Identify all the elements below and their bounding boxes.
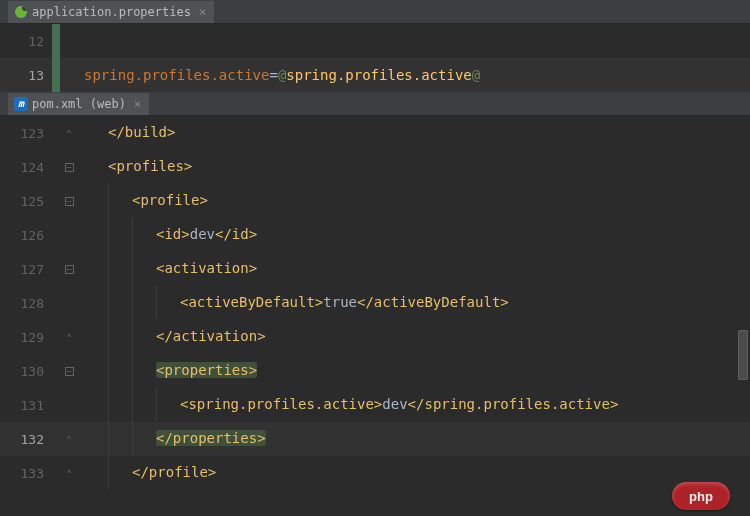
line-number[interactable]: 133 <box>0 466 52 481</box>
fold-toggle-icon[interactable]: − <box>65 265 74 274</box>
gutter-stripe <box>52 286 60 320</box>
bottom-tab-bar: m pom.xml (web) × <box>0 92 750 116</box>
fold-gutter: − <box>60 197 78 206</box>
tab-pom-xml[interactable]: m pom.xml (web) × <box>8 93 150 115</box>
php-watermark: php <box>672 482 730 510</box>
gutter-stripe <box>52 456 60 490</box>
close-tab-button[interactable]: × <box>132 97 143 111</box>
fold-gutter: ⌃ <box>60 468 78 479</box>
code-content[interactable]: spring.profiles.active=@spring.profiles.… <box>78 67 750 83</box>
gutter-stripe <box>52 218 60 252</box>
line-number[interactable]: 125 <box>0 194 52 209</box>
code-line[interactable]: 129 ⌃ </activation> <box>0 320 750 354</box>
code-line[interactable]: 125 − <profile> <box>0 184 750 218</box>
fold-end-icon: ⌃ <box>66 434 72 445</box>
code-line[interactable]: 126 <id>dev</id> <box>0 218 750 252</box>
line-number[interactable]: 132 <box>0 432 52 447</box>
gutter-stripe <box>52 354 60 388</box>
top-tab-bar: application.properties × <box>0 0 750 24</box>
fold-toggle-icon[interactable]: − <box>65 163 74 172</box>
fold-gutter: − <box>60 163 78 172</box>
code-content[interactable]: <spring.profiles.active>dev</spring.prof… <box>78 387 750 424</box>
line-number[interactable]: 128 <box>0 296 52 311</box>
code-line[interactable]: 13 spring.profiles.active=@spring.profil… <box>0 58 750 92</box>
fold-gutter: ⌃ <box>60 128 78 139</box>
gutter-stripe <box>52 252 60 286</box>
fold-gutter: ⌃ <box>60 332 78 343</box>
code-line[interactable]: 132 ⌃ </properties> <box>0 422 750 456</box>
gutter-stripe <box>52 320 60 354</box>
vertical-scrollbar[interactable] <box>738 120 748 510</box>
gutter-stripe <box>52 388 60 422</box>
fold-end-icon: ⌃ <box>66 468 72 479</box>
maven-icon: m <box>14 97 28 111</box>
fold-end-icon: ⌃ <box>66 332 72 343</box>
fold-toggle-icon[interactable]: − <box>65 197 74 206</box>
code-content[interactable]: <properties> <box>78 353 750 390</box>
line-number[interactable]: 12 <box>0 34 52 49</box>
code-content[interactable]: <activation> <box>78 251 750 288</box>
code-content[interactable]: </build> <box>78 115 750 152</box>
fold-toggle-icon[interactable]: − <box>65 367 74 376</box>
code-line[interactable]: 133 ⌃ </profile> <box>0 456 750 490</box>
gutter-stripe <box>52 116 60 150</box>
top-code-area[interactable]: 12 13 spring.profiles.active=@spring.pro… <box>0 24 750 92</box>
code-line[interactable]: 12 <box>0 24 750 58</box>
tab-label: application.properties <box>32 5 191 19</box>
bottom-code-area[interactable]: 123 ⌃ </build> 124 − <profiles> 125 − <p… <box>0 116 750 490</box>
gutter-stripe <box>52 184 60 218</box>
fold-gutter: − <box>60 367 78 376</box>
code-content[interactable]: </activation> <box>78 319 750 356</box>
code-line[interactable]: 124 − <profiles> <box>0 150 750 184</box>
code-content[interactable]: <id>dev</id> <box>78 217 750 254</box>
fold-end-icon: ⌃ <box>66 128 72 139</box>
code-line[interactable]: 128 <activeByDefault>true</activeByDefau… <box>0 286 750 320</box>
line-number[interactable]: 124 <box>0 160 52 175</box>
code-content[interactable]: </properties> <box>78 421 750 458</box>
line-number[interactable]: 127 <box>0 262 52 277</box>
code-line[interactable]: 130 − <properties> <box>0 354 750 388</box>
gutter-stripe <box>52 422 60 456</box>
tab-label: pom.xml (web) <box>32 97 126 111</box>
change-marker <box>52 58 60 92</box>
bottom-editor-pane: m pom.xml (web) × 123 ⌃ </build> 124 − <… <box>0 92 750 490</box>
line-number[interactable]: 123 <box>0 126 52 141</box>
code-content[interactable] <box>78 33 750 49</box>
tab-application-properties[interactable]: application.properties × <box>8 1 215 23</box>
code-line[interactable]: 127 − <activation> <box>0 252 750 286</box>
fold-gutter: ⌃ <box>60 434 78 445</box>
top-editor-pane: application.properties × 12 13 spring.pr… <box>0 0 750 92</box>
line-number[interactable]: 13 <box>0 68 52 83</box>
line-number[interactable]: 131 <box>0 398 52 413</box>
code-content[interactable]: <profile> <box>78 183 750 220</box>
code-content[interactable]: <profiles> <box>78 149 750 186</box>
close-tab-button[interactable]: × <box>197 5 208 19</box>
change-marker <box>52 24 60 58</box>
line-number[interactable]: 129 <box>0 330 52 345</box>
line-number[interactable]: 130 <box>0 364 52 379</box>
code-content[interactable]: <activeByDefault>true</activeByDefault> <box>78 285 750 322</box>
line-number[interactable]: 126 <box>0 228 52 243</box>
gutter-stripe <box>52 150 60 184</box>
scrollbar-thumb[interactable] <box>738 330 748 380</box>
spring-icon <box>14 5 28 19</box>
fold-gutter: − <box>60 265 78 274</box>
code-content[interactable]: </profile> <box>78 455 750 492</box>
code-line[interactable]: 131 <spring.profiles.active>dev</spring.… <box>0 388 750 422</box>
code-line[interactable]: 123 ⌃ </build> <box>0 116 750 150</box>
